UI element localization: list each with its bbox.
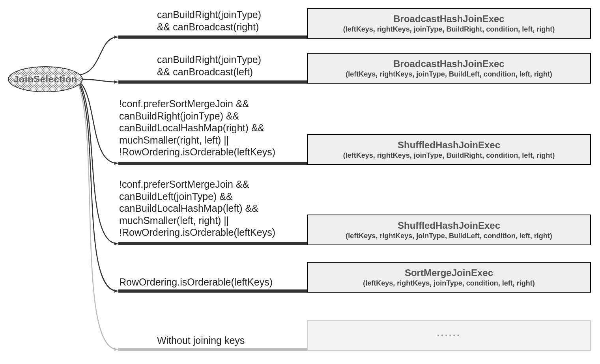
dest-params: (leftKeys, rightKeys, joinType, BuildRig… [343, 25, 555, 34]
dest-params: (leftKeys, rightKeys, joinType, BuildLef… [346, 70, 552, 78]
branch-condition: Without joining keys [157, 334, 245, 347]
dest-params: (leftKeys, rightKeys, joinType, BuildLef… [346, 232, 552, 240]
dest-title: ShuffledHashJoinExec [398, 220, 500, 231]
root-label: JoinSelection [13, 74, 78, 85]
branch-bar [118, 242, 307, 245]
branch-dest-box: BroadcastHashJoinExec (leftKeys, rightKe… [307, 53, 591, 84]
branch-condition: !conf.preferSortMergeJoin && canBuildRig… [119, 98, 275, 158]
branch-dest-box: BroadcastHashJoinExec (leftKeys, rightKe… [307, 8, 591, 39]
branch-bar [118, 35, 307, 39]
dest-ellipsis: ······ [437, 330, 461, 341]
branch-bar [118, 80, 307, 84]
branch-condition: canBuildRight(joinType) && canBroadcast(… [157, 9, 261, 33]
branch-dest-box: SortMergeJoinExec (leftKeys, rightKeys, … [307, 262, 591, 293]
dest-title: BroadcastHashJoinExec [393, 58, 504, 69]
branch-dest-box: ······ [307, 320, 591, 351]
dest-title: BroadcastHashJoinExec [393, 13, 504, 24]
branch-bar [118, 348, 307, 351]
branch-bar [118, 289, 307, 293]
root-node: JoinSelection [8, 66, 83, 92]
dest-params: (leftKeys, rightKeys, joinType, conditio… [363, 279, 535, 287]
branch-condition: canBuildRight(joinType) && canBroadcast(… [157, 54, 261, 78]
dest-title: ShuffledHashJoinExec [398, 140, 500, 151]
branch-bar [118, 162, 307, 165]
branch-dest-box: ShuffledHashJoinExec (leftKeys, rightKey… [307, 134, 591, 165]
dest-title: SortMergeJoinExec [405, 267, 493, 278]
branch-dest-box: ShuffledHashJoinExec (leftKeys, rightKey… [307, 215, 591, 245]
branch-condition: RowOrdering.isOrderable(leftKeys) [119, 276, 273, 288]
dest-params: (leftKeys, rightKeys, joinType, BuildRig… [343, 151, 555, 160]
diagram-canvas: JoinSelection canBuildRight(joinType) &&… [0, 0, 600, 364]
branch-condition: !conf.preferSortMergeJoin && canBuildLef… [119, 178, 275, 239]
